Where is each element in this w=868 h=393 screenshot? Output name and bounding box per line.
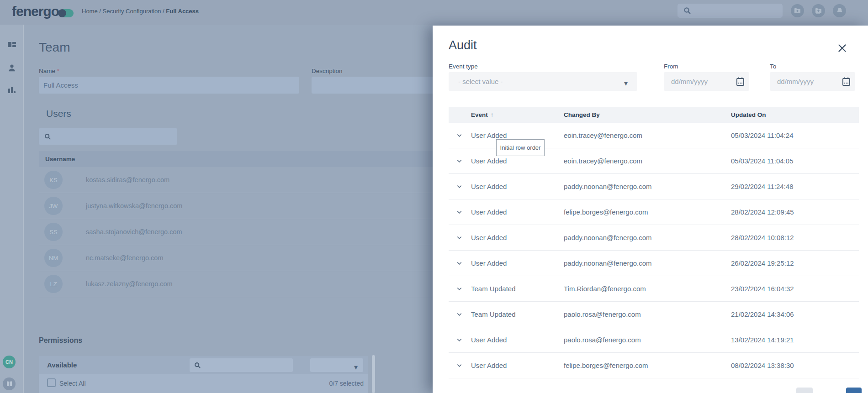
updated-on-cell: 05/03/2024 11:04:05 [731,157,794,165]
expand-row-icon[interactable] [456,183,463,190]
from-date-field [664,72,749,91]
changed-by-cell: paolo.rosa@fenergo.com [564,336,641,344]
event-cell: Team Updated [471,285,516,293]
changed-by-cell: Tim.Riordan@fenergo.com [564,285,646,293]
updated-on-cell: 13/02/2024 14:19:21 [731,336,794,344]
app: fenergo Home / Security Configuration / … [0,0,868,393]
updated-on-cell: 23/02/2024 16:04:32 [731,285,794,293]
expand-row-icon[interactable] [456,285,463,292]
expand-row-icon[interactable] [456,234,463,241]
drawer-backdrop[interactable] [0,0,433,393]
updated-on-cell: 29/02/2024 11:24:48 [731,183,794,190]
changed-by-cell: eoin.tracey@fenergo.com [564,131,642,139]
event-cell: User Added [471,131,507,139]
chevron-down-icon: ▾ [624,79,628,88]
event-type-select[interactable]: - select value - ▾ [449,72,637,91]
event-cell: User Added [471,362,507,369]
updated-on-cell: 28/02/2024 10:08:12 [731,234,794,241]
to-date-field [770,72,855,91]
changed-by-cell: paddy.noonan@fenergo.com [564,183,652,190]
changed-by-cell: felipe.borges@fenergo.com [564,208,648,216]
updated-on-cell: 21/02/2024 14:34:06 [731,310,794,318]
audit-row: Team Updated Tim.Riordan@fenergo.com 23/… [449,276,859,302]
audit-row: User Added paolo.rosa@fenergo.com 13/02/… [449,327,859,353]
folder-add-icon [794,8,801,14]
audit-row: User Added paddy.noonan@fenergo.com 26/0… [449,251,859,276]
changed-by-cell: paddy.noonan@fenergo.com [564,234,652,241]
to-date-input[interactable] [770,78,829,85]
audit-row: User Added paddy.noonan@fenergo.com 28/0… [449,225,859,251]
event-type-value: - select value - [458,78,503,85]
to-label: To [770,63,776,70]
expand-row-icon[interactable] [456,132,463,139]
search-icon [683,7,691,15]
audit-row: User Added felipe.borges@fenergo.com 28/… [449,199,859,225]
calendar-icon[interactable] [842,77,851,86]
audit-table-header: Event↑ Changed By Updated On [449,107,859,123]
event-cell: User Added [471,259,507,267]
folder-upload-button[interactable] [812,4,825,17]
audit-row: Team Updated paolo.rosa@fenergo.com 21/0… [449,302,859,327]
expand-row-icon[interactable] [456,336,463,343]
updated-on-cell: 05/03/2024 11:04:24 [731,131,794,139]
changed-by-cell: paolo.rosa@fenergo.com [564,310,641,318]
calendar-icon[interactable] [736,77,745,86]
global-search-input[interactable] [677,4,783,18]
event-cell: User Added [471,336,507,344]
changed-by-cell: felipe.borges@fenergo.com [564,362,648,369]
changed-by-cell: paddy.noonan@fenergo.com [564,259,652,267]
expand-row-icon[interactable] [456,311,463,318]
pagination-next-button[interactable] [846,388,862,393]
event-cell: User Added [471,183,507,190]
drawer-title: Audit [449,38,477,52]
changed-by-cell: eoin.tracey@fenergo.com [564,157,642,165]
from-label: From [664,63,678,70]
column-event[interactable]: Event↑ [471,111,494,118]
updated-on-cell: 08/02/2024 13:38:30 [731,362,794,369]
from-date-input[interactable] [664,78,723,85]
event-cell: User Added [471,208,507,216]
event-cell: User Added [471,234,507,241]
expand-row-icon[interactable] [456,209,463,215]
sort-tooltip: Initial row order [496,139,545,156]
bell-icon [836,7,843,14]
updated-on-cell: 28/02/2024 12:09:45 [731,208,794,216]
expand-row-icon[interactable] [456,362,463,369]
folder-add-button[interactable] [791,4,804,17]
event-type-label: Event type [449,63,478,70]
column-updated-on[interactable]: Updated On [731,111,766,118]
expand-row-icon[interactable] [456,157,463,164]
event-cell: Team Updated [471,310,516,318]
expand-row-icon[interactable] [456,260,463,267]
notifications-button[interactable] [833,4,846,17]
close-button[interactable] [836,42,848,54]
audit-drawer: Audit Event type From To - select value … [433,26,868,393]
sort-ascending-icon[interactable]: ↑ [491,111,494,118]
folder-upload-icon [815,8,822,14]
close-icon [838,44,847,52]
event-cell: User Added [471,157,507,165]
audit-row: User Added paddy.noonan@fenergo.com 29/0… [449,174,859,199]
audit-row: User Added felipe.borges@fenergo.com 08/… [449,353,859,378]
column-changed-by[interactable]: Changed By [564,111,600,118]
pagination-prev-button[interactable] [796,388,813,393]
updated-on-cell: 26/02/2024 19:25:12 [731,259,794,267]
